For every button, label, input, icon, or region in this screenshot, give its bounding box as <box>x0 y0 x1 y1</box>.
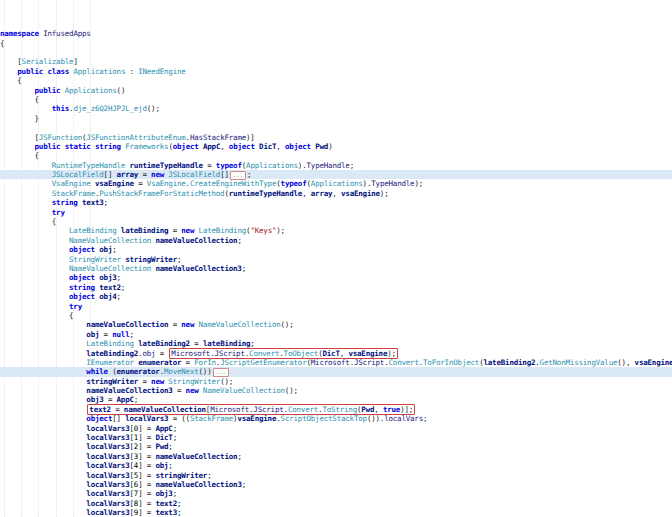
decompiled-code-view[interactable]: namespace InfusedApps{ [Serializable] pu… <box>0 0 672 517</box>
code-token: while <box>86 367 108 376</box>
code-token: TypeHandle <box>307 161 350 170</box>
code-line[interactable]: text2 = nameValueCollection[Microsoft.JS… <box>0 405 672 414</box>
code-token: = <box>134 179 147 188</box>
code-line[interactable]: LateBinding lateBinding = new LateBindin… <box>0 226 672 235</box>
code-line[interactable]: localVars3[4] = obj; <box>0 461 672 470</box>
code-token: ) <box>328 142 332 151</box>
code-line[interactable]: IEnumerator enumerator = ForIn.JScriptGe… <box>0 358 672 367</box>
code-token: vsaEngine <box>348 349 387 358</box>
code-line[interactable]: localVars3[6] = nameValueCollection3; <box>0 480 672 489</box>
code-token: new <box>181 320 194 329</box>
code-token: = <box>168 226 181 235</box>
code-token: Applications <box>246 161 298 170</box>
code-line[interactable]: RuntimeTypeHandle runtimeTypeHandle = ty… <box>0 161 672 170</box>
code-token: object <box>69 292 95 301</box>
code-token: nameValueCollection <box>155 236 237 245</box>
code-token: object <box>285 142 311 151</box>
code-token: ; <box>177 499 181 508</box>
code-token: localVars <box>384 414 423 423</box>
code-line[interactable]: [Serializable] <box>0 57 672 66</box>
code-line[interactable]: public Applications() <box>0 86 672 95</box>
code-token: ] = <box>138 452 155 461</box>
code-line[interactable]: localVars3[2] = Pwd; <box>0 442 672 451</box>
code-token: ()) <box>199 367 212 376</box>
code-line[interactable]: StackFrame.PushStackFrameForStaticMethod… <box>0 189 672 198</box>
code-token: Frameworks <box>125 142 168 151</box>
code-line[interactable]: nameValueCollection = new NameValueColle… <box>0 320 672 329</box>
code-token: ); <box>414 179 423 188</box>
code-line[interactable]: localVars3[7] = obj3; <box>0 489 672 498</box>
code-token: MoveNext <box>164 367 199 376</box>
code-token: class <box>48 67 70 76</box>
code-line[interactable]: try <box>0 302 672 311</box>
code-token: object <box>229 142 255 151</box>
code-token: enumerator <box>138 358 181 367</box>
code-token: localVars3 <box>86 433 129 442</box>
code-line[interactable]: { <box>0 151 672 160</box>
code-token: ] = <box>138 489 155 498</box>
code-line[interactable]: localVars3[1] = DicT; <box>0 433 672 442</box>
code-token: = <box>138 170 151 179</box>
code-token: stringWriter <box>86 377 138 386</box>
code-line[interactable]: { <box>0 217 672 226</box>
code-token: = <box>99 330 112 339</box>
code-token: nameValueCollection3 <box>155 264 241 273</box>
code-line[interactable]: VsaEngine vsaEngine = VsaEngine.CreateEn… <box>0 179 672 188</box>
code-token: LateBinding <box>199 226 246 235</box>
code-line[interactable] <box>0 123 672 132</box>
code-token: obj3 <box>99 273 116 282</box>
code-line[interactable]: object obj3; <box>0 273 672 282</box>
code-token: Applications <box>73 67 125 76</box>
code-token: ; <box>117 292 121 301</box>
code-line[interactable]: StringWriter stringWriter; <box>0 255 672 264</box>
code-line[interactable]: localVars3[5] = stringWriter; <box>0 471 672 480</box>
code-line[interactable]: localVars3[8] = text2; <box>0 499 672 508</box>
code-token: public <box>35 86 61 95</box>
code-line[interactable]: namespace InfusedApps <box>0 29 672 38</box>
code-line[interactable] <box>0 48 672 57</box>
code-line[interactable]: obj = null; <box>0 330 672 339</box>
code-line[interactable]: object[] localVars3 = ((StackFrame)vsaEn… <box>0 414 672 423</box>
code-line[interactable]: lateBinding2.obj = Microsoft.JScript.Con… <box>0 349 672 358</box>
code-token: lateBinding2 <box>138 339 190 348</box>
code-token: localVars3 <box>86 452 129 461</box>
code-token: Applications <box>65 86 117 95</box>
code-line[interactable]: NameValueCollection nameValueCollection; <box>0 236 672 245</box>
code-line[interactable]: { <box>0 39 672 48</box>
code-token: try <box>52 208 65 217</box>
code-line[interactable]: localVars3[3] = nameValueCollection; <box>0 452 672 461</box>
code-line[interactable]: string text2; <box>0 283 672 292</box>
code-line[interactable]: { <box>0 311 672 320</box>
code-line[interactable]: NameValueCollection nameValueCollection3… <box>0 264 672 273</box>
code-token: ; <box>129 330 133 339</box>
code-line[interactable]: stringWriter = new StringWriter(); <box>0 377 672 386</box>
code-token: vsaEngine <box>237 414 276 423</box>
code-token: localVars3 <box>86 442 129 451</box>
code-token: public <box>17 67 43 76</box>
code-token: VsaEngine <box>52 179 91 188</box>
code-token: ); <box>387 349 396 358</box>
code-line[interactable]: object obj; <box>0 245 672 254</box>
annotation-box: Microsoft.JScript.Convert.ToObject(DicT,… <box>169 348 398 359</box>
code-token: ; <box>173 424 177 433</box>
code-line-highlighted[interactable]: JSLocalField[] array = new JSLocalField[… <box>0 170 672 179</box>
code-token: ToString <box>322 405 357 414</box>
code-line[interactable]: this.dje_z6Q2HJPJL_ejd(); <box>0 104 672 113</box>
code-line-highlighted[interactable]: while (enumerator.MoveNext())... <box>0 367 672 376</box>
code-line[interactable]: public static string Frameworks(object A… <box>0 142 672 151</box>
code-token: , <box>302 189 311 198</box>
code-line[interactable]: try <box>0 208 672 217</box>
code-token: array <box>117 170 139 179</box>
code-line[interactable]: object obj4; <box>0 292 672 301</box>
code-line[interactable]: } <box>0 114 672 123</box>
code-line[interactable]: { <box>0 76 672 85</box>
code-token: (); <box>220 377 233 386</box>
code-line[interactable]: nameValueCollection3 = new NameValueColl… <box>0 386 672 395</box>
code-line[interactable]: localVars3[0] = AppC; <box>0 424 672 433</box>
code-token: lateBinding2 <box>86 349 138 358</box>
code-line[interactable]: string text3; <box>0 198 672 207</box>
code-line[interactable]: [JSFunction(JSFunctionAttributeEnum.HasS… <box>0 133 672 142</box>
code-line[interactable]: { <box>0 95 672 104</box>
code-line[interactable]: localVars3[9] = text3; <box>0 508 672 517</box>
code-line[interactable]: public class Applications : INeedEngine <box>0 67 672 76</box>
